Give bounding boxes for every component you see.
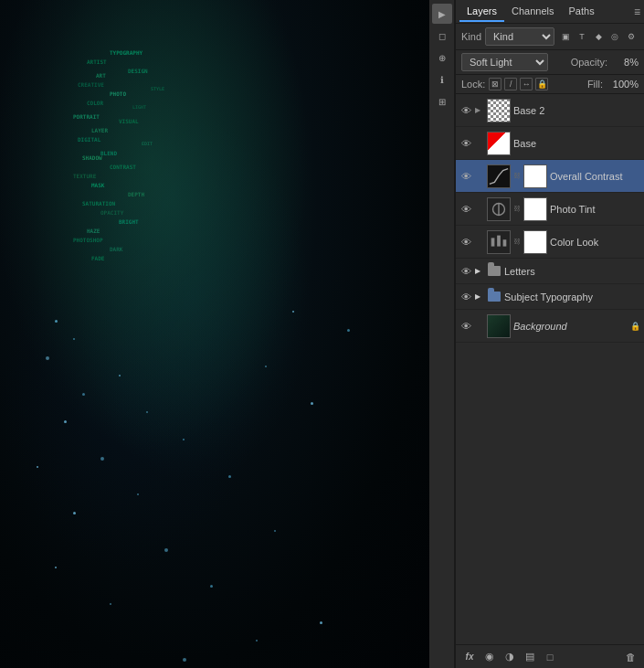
canvas-image: TYPOGRAPHY ARTIST DESIGN ART CREATIVE ST…: [0, 0, 429, 668]
kind-icons: ▣ T ◆ ◎ ⚙: [558, 29, 639, 44]
layer-info: Base: [513, 138, 640, 149]
tab-paths[interactable]: Paths: [562, 2, 602, 22]
adjustment2-icon: [488, 230, 510, 254]
kind-row: Kind Kind ▣ T ◆ ◎ ⚙: [456, 24, 644, 50]
toolbar-grid-icon[interactable]: ⊞: [432, 91, 452, 111]
layer-name: Subject Typography: [504, 292, 640, 302]
layer-thumbnail: [487, 197, 511, 221]
layer-expand[interactable]: ▶: [475, 292, 484, 301]
blend-row: Soft Light Normal Multiply Screen Overla…: [456, 50, 644, 75]
visibility-toggle[interactable]: 👁: [459, 170, 472, 183]
opacity-label: Opacity:: [571, 57, 607, 68]
layer-item[interactable]: 👁 ⛓ Photo Tint: [456, 193, 644, 226]
layer-lock-icon: 🔒: [629, 321, 640, 332]
layer-mask: [523, 164, 547, 188]
visibility-toggle[interactable]: 👁: [459, 320, 472, 333]
lock-all-icon[interactable]: 🔒: [535, 78, 548, 90]
layer-info: Color Look: [550, 237, 640, 248]
white-mask: [524, 231, 546, 253]
kind-pixel-icon[interactable]: ▣: [558, 29, 573, 44]
fill-value[interactable]: 100%: [607, 79, 639, 90]
layer-thumbnail: [487, 164, 511, 188]
kind-type-icon[interactable]: T: [575, 29, 589, 44]
panel-menu-icon[interactable]: ≡: [634, 5, 640, 18]
visibility-toggle[interactable]: 👁: [459, 203, 472, 216]
layer-item[interactable]: 👁 ▶ Base 2: [456, 94, 644, 127]
layer-thumbnail: [487, 285, 501, 309]
toolbar-add-icon[interactable]: ⊕: [432, 48, 452, 68]
layer-thumbnail: [487, 314, 511, 338]
layer-expand[interactable]: ▶: [475, 267, 484, 275]
new-group-button[interactable]: ▤: [522, 649, 538, 665]
layer-info: Base 2: [513, 105, 640, 116]
new-layer-button[interactable]: □: [542, 649, 558, 665]
kind-shape-icon[interactable]: ◆: [591, 29, 606, 44]
folder-blue-icon: [488, 292, 501, 302]
layer-item[interactable]: 👁 Base: [456, 127, 644, 160]
folder-icon: [488, 266, 501, 276]
layer-item-group[interactable]: 👁 ▶ Letters: [456, 259, 644, 284]
text-overlay: TYPOGRAPHY ARTIST DESIGN ART CREATIVE ST…: [0, 0, 429, 668]
blend-mode-select[interactable]: Soft Light Normal Multiply Screen Overla…: [461, 53, 548, 71]
layer-name: Letters: [504, 266, 640, 277]
kind-smart-icon[interactable]: ◎: [607, 29, 622, 44]
layer-name: Base 2: [513, 105, 640, 116]
white-mask: [524, 165, 546, 187]
layer-link-icon: ⛓: [513, 205, 521, 213]
toolbar-play-icon[interactable]: ▶: [432, 4, 452, 24]
photo-thumb: [488, 314, 510, 338]
visibility-toggle[interactable]: 👁: [459, 137, 472, 150]
layers-bottom: fx ◉ ◑ ▤ □ 🗑: [456, 644, 644, 668]
layer-name: Overall Contrast: [550, 171, 640, 182]
lock-label: Lock:: [461, 79, 485, 90]
layer-thumbnail: [487, 99, 511, 122]
delete-layer-button[interactable]: 🗑: [622, 649, 639, 665]
kind-label: Kind: [461, 31, 481, 42]
visibility-toggle[interactable]: 👁: [459, 265, 472, 278]
layer-list: 👁 ▶ Base 2 👁 Base: [456, 94, 644, 644]
white-mask: [524, 198, 546, 220]
layers-panel: Layers Channels Paths ≡ Kind Kind ▣ T ◆ …: [456, 0, 644, 668]
new-adjustment-button[interactable]: ◑: [501, 649, 518, 665]
toolbar-square-icon[interactable]: ◻: [432, 26, 452, 46]
layer-item[interactable]: 👁 ⛓ Color Look: [456, 226, 644, 259]
kind-select[interactable]: Kind: [485, 27, 554, 46]
tab-layers[interactable]: Layers: [459, 2, 504, 22]
visibility-toggle[interactable]: 👁: [459, 104, 472, 117]
svg-rect-5: [491, 238, 495, 246]
layer-name: Color Look: [550, 237, 640, 248]
layer-info: Letters: [504, 266, 640, 277]
layer-item[interactable]: 👁 ⛓ Overall Contrast: [456, 160, 644, 193]
opacity-value[interactable]: 8%: [611, 57, 639, 68]
layer-link-icon: ⛓: [513, 172, 521, 180]
right-panel: Layers Channels Paths ≡ Kind Kind ▣ T ◆ …: [455, 0, 644, 668]
fx-button[interactable]: fx: [461, 649, 478, 665]
layer-info: Background: [513, 321, 627, 332]
lock-row: Lock: ⊠ / ↔ 🔒 Fill: 100%: [456, 75, 644, 94]
layer-thumbnail: [487, 230, 511, 254]
toolbar-info-icon[interactable]: ℹ: [432, 69, 452, 90]
visibility-toggle[interactable]: 👁: [459, 291, 472, 303]
layer-info: Overall Contrast: [550, 171, 640, 182]
lock-transparent-icon[interactable]: ⊠: [489, 78, 501, 90]
left-toolbar: ▶ ◻ ⊕ ℹ ⊞: [429, 0, 455, 668]
layer-name: Background: [513, 321, 627, 332]
visibility-toggle[interactable]: 👁: [459, 236, 472, 249]
checker-thumb: [488, 99, 510, 122]
layer-name: Base: [513, 138, 640, 149]
kind-adjust-icon[interactable]: ⚙: [624, 29, 639, 44]
layer-info: Photo Tint: [550, 204, 640, 215]
layer-thumbnail: [487, 132, 511, 155]
lock-position-icon[interactable]: ↔: [520, 78, 533, 90]
add-mask-button[interactable]: ◉: [481, 649, 498, 665]
layer-mask: [523, 197, 547, 221]
tab-channels[interactable]: Channels: [504, 2, 561, 22]
curves-icon: [488, 164, 510, 188]
lock-pixels-icon[interactable]: /: [504, 78, 517, 90]
red-thumb: [488, 132, 510, 155]
layer-item-group[interactable]: 👁 ▶ Subject Typography: [456, 284, 644, 310]
layer-expand[interactable]: ▶: [475, 106, 484, 114]
layer-item[interactable]: 👁 Background 🔒: [456, 310, 644, 343]
canvas-area: TYPOGRAPHY ARTIST DESIGN ART CREATIVE ST…: [0, 0, 429, 668]
adjustment-icon: [488, 197, 510, 221]
